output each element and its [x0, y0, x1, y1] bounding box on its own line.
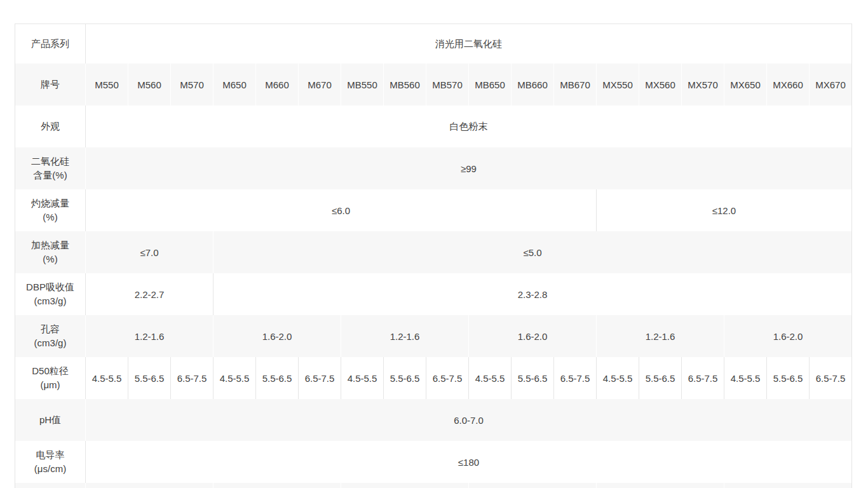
d50-cell: 5.5-6.5 [128, 357, 170, 399]
d50-cell: 4.5-5.5 [596, 357, 639, 399]
d50-cell: 5.5-6.5 [383, 357, 426, 399]
row-label-clipped [15, 483, 85, 488]
d50-cell: 6.5-7.5 [809, 357, 851, 399]
d50-cell: 4.5-5.5 [213, 357, 255, 399]
d50-cell: 4.5-5.5 [724, 357, 766, 399]
grade-cell: M660 [255, 64, 298, 105]
pore-volume-cell: 1.2-1.6 [85, 315, 213, 357]
ignition-loss-cell: ≤12.0 [596, 189, 851, 231]
grade-cell: MX670 [809, 64, 851, 105]
pore-volume-cell: 1.6-2.0 [468, 315, 596, 357]
pore-volume-cell: 1.2-1.6 [596, 315, 724, 357]
pore-volume-cell: 1.6-2.0 [724, 315, 851, 357]
clipped-cell [468, 483, 596, 488]
d50-cell: 4.5-5.5 [341, 357, 383, 399]
heating-loss-cell: ≤7.0 [85, 231, 213, 273]
d50-cell: 6.5-7.5 [553, 357, 596, 399]
grade-cell: MB660 [511, 64, 553, 105]
d50-cell: 6.5-7.5 [298, 357, 341, 399]
table-row-heating-loss: 加热减量 (%) ≤7.0 ≤5.0 [15, 231, 851, 273]
conductivity-value-cell: ≤180 [85, 441, 851, 483]
table-row-grade: 牌号 M550 M560 M570 M650 M660 M670 MB550 M… [15, 64, 851, 105]
grade-cell: M560 [128, 64, 170, 105]
row-label-ph: pH值 [15, 399, 85, 441]
row-label-heating-loss: 加热减量 (%) [15, 231, 85, 273]
d50-cell: 6.5-7.5 [681, 357, 724, 399]
d50-cell: 5.5-6.5 [766, 357, 809, 399]
row-label-dbp-absorption: DBP吸收值 (cm3/g) [15, 273, 85, 315]
grade-cell: M550 [85, 64, 128, 105]
table-row-appearance: 外观 白色粉末 [15, 105, 851, 147]
product-spec-table: 产品系列 消光用二氧化硅 牌号 M550 M560 M570 M650 M660… [15, 24, 852, 488]
grade-cell: MX650 [724, 64, 766, 105]
table-row-dbp-absorption: DBP吸收值 (cm3/g) 2.2-2.7 2.3-2.8 [15, 273, 851, 315]
row-label-ignition-loss: 灼烧减量 (%) [15, 189, 85, 231]
product-spec-page: 产品系列 消光用二氧化硅 牌号 M550 M560 M570 M650 M660… [0, 24, 868, 488]
d50-cell: 5.5-6.5 [255, 357, 298, 399]
row-label-pore-volume: 孔容 (cm3/g) [15, 315, 85, 357]
grade-cell: M670 [298, 64, 341, 105]
d50-cell: 4.5-5.5 [85, 357, 128, 399]
clipped-cell [724, 483, 851, 488]
ignition-loss-cell: ≤6.0 [85, 189, 596, 231]
grade-cell: MB550 [341, 64, 383, 105]
pore-volume-cell: 1.6-2.0 [213, 315, 341, 357]
grade-cell: M650 [213, 64, 255, 105]
d50-cell: 4.5-5.5 [468, 357, 511, 399]
row-label-appearance: 外观 [15, 105, 85, 147]
table-row-pore-volume: 孔容 (cm3/g) 1.2-1.6 1.6-2.0 1.2-1.6 1.6-2… [15, 315, 851, 357]
d50-cell: 5.5-6.5 [639, 357, 681, 399]
grade-cell: MB670 [553, 64, 596, 105]
grade-cell: MX550 [596, 64, 639, 105]
row-label-sio2-content: 二氧化硅 含量(%) [15, 147, 85, 189]
d50-cell: 6.5-7.5 [170, 357, 213, 399]
dbp-absorption-cell: 2.2-2.7 [85, 273, 213, 315]
table-row-ignition-loss: 灼烧减量 (%) ≤6.0 ≤12.0 [15, 189, 851, 231]
table-row-series: 产品系列 消光用二氧化硅 [15, 24, 851, 64]
ph-value-cell: 6.0-7.0 [85, 399, 851, 441]
grade-cell: M570 [170, 64, 213, 105]
grade-cell: MX660 [766, 64, 809, 105]
grade-cell: MX560 [639, 64, 681, 105]
clipped-cell [596, 483, 724, 488]
grade-cell: MX570 [681, 64, 724, 105]
grade-cell: MB570 [426, 64, 468, 105]
table-row-sio2-content: 二氧化硅 含量(%) ≥99 [15, 147, 851, 189]
row-label-conductivity: 电导率 (μs/cm) [15, 441, 85, 483]
row-label-series: 产品系列 [15, 24, 85, 64]
pore-volume-cell: 1.2-1.6 [341, 315, 468, 357]
clipped-cell [213, 483, 341, 488]
appearance-value-cell: 白色粉末 [85, 105, 851, 147]
table-row-clipped [15, 483, 851, 488]
table-row-ph: pH值 6.0-7.0 [15, 399, 851, 441]
series-value-cell: 消光用二氧化硅 [85, 24, 851, 64]
row-label-d50-particle-size: D50粒径 (μm) [15, 357, 85, 399]
grade-cell: MB560 [383, 64, 426, 105]
row-label-grade: 牌号 [15, 64, 85, 105]
d50-cell: 5.5-6.5 [511, 357, 553, 399]
d50-cell: 6.5-7.5 [426, 357, 468, 399]
grade-cell: MB650 [468, 64, 511, 105]
clipped-cell [341, 483, 468, 488]
clipped-cell [85, 483, 213, 488]
heating-loss-cell: ≤5.0 [213, 231, 851, 273]
dbp-absorption-cell: 2.3-2.8 [213, 273, 851, 315]
table-row-conductivity: 电导率 (μs/cm) ≤180 [15, 441, 851, 483]
table-row-d50-particle-size: D50粒径 (μm) 4.5-5.5 5.5-6.5 6.5-7.5 4.5-5… [15, 357, 851, 399]
sio2-content-value-cell: ≥99 [85, 147, 851, 189]
